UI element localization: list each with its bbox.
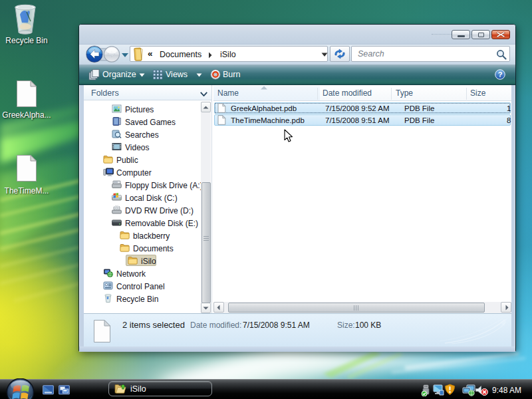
svg-text:?: ? (498, 70, 503, 78)
